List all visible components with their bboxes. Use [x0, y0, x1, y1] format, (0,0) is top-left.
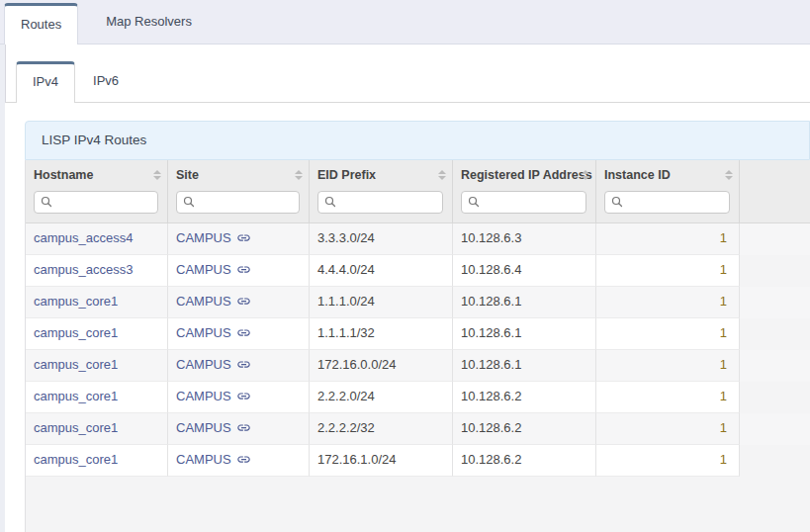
site-cell: CAMPUS — [168, 350, 310, 382]
site-name: CAMPUS — [176, 389, 231, 403]
eid-prefix-cell: 3.3.3.0/24 — [310, 223, 453, 255]
eid-prefix-cell: 1.1.1.0/24 — [310, 287, 453, 318]
site-link[interactable]: CAMPUS — [176, 357, 251, 372]
row-filler — [740, 382, 810, 413]
row-filler — [740, 287, 810, 318]
registered-ip-cell: 10.128.6.2 — [453, 445, 596, 477]
eid-prefix-cell: 172.16.0.0/24 — [310, 350, 453, 382]
column-header-label: Site — [176, 168, 199, 182]
lisp-routes-page: RoutesMap Resolvers IPv4IPv6 LISP IPv4 R… — [0, 0, 810, 532]
instance-id-cell: 1 — [596, 445, 740, 477]
site-name: CAMPUS — [176, 262, 231, 277]
tab-routes[interactable]: Routes — [4, 3, 78, 44]
instance-id-cell: 1 — [596, 382, 740, 413]
site-link[interactable]: CAMPUS — [176, 294, 251, 309]
sort-arrows-icon[interactable] — [438, 170, 446, 180]
hostname-cell: campus_core1 — [26, 382, 168, 413]
column-header-eid-prefix[interactable]: EID Prefix — [310, 160, 453, 188]
table-body: campus_access4CAMPUS3.3.3.0/2410.128.6.3… — [26, 223, 810, 477]
hostname-cell: campus_access3 — [26, 255, 168, 287]
site-link[interactable]: CAMPUS — [176, 230, 251, 245]
table-row: campus_core1CAMPUS172.16.1.0/2410.128.6.… — [26, 445, 810, 477]
table-row: campus_core1CAMPUS2.2.2.2/3210.128.6.21 — [26, 413, 810, 445]
table-row: campus_core1CAMPUS2.2.2.0/2410.128.6.21 — [26, 382, 810, 413]
site-cell: CAMPUS — [168, 413, 310, 445]
filter-cell-instance-id — [596, 188, 740, 222]
site-name: CAMPUS — [176, 230, 231, 245]
left-edge-strip — [0, 44, 5, 532]
instance-id-filter — [604, 191, 730, 214]
site-filter-input[interactable] — [200, 196, 293, 210]
instance-id-cell: 1 — [596, 413, 740, 445]
site-cell: CAMPUS — [168, 318, 310, 350]
hostname-cell: campus_core1 — [26, 350, 168, 382]
site-link[interactable]: CAMPUS — [176, 389, 251, 403]
hostname-link[interactable]: campus_core1 — [34, 420, 118, 435]
filter-cell-hostname — [26, 188, 168, 222]
hostname-cell: campus_core1 — [26, 318, 168, 350]
eid-prefix-filter-input[interactable] — [341, 196, 436, 210]
tab-ipv6[interactable]: IPv6 — [77, 61, 135, 101]
row-filler — [740, 318, 810, 350]
site-cell: CAMPUS — [168, 287, 310, 318]
lisp-routes-panel: LISP IPv4 Routes HostnameSiteEID PrefixR… — [25, 121, 810, 532]
hostname-link[interactable]: campus_core1 — [34, 325, 118, 340]
table-row: campus_access3CAMPUS4.4.4.0/2410.128.6.4… — [26, 255, 810, 287]
eid-prefix-cell: 172.16.1.0/24 — [310, 445, 453, 477]
instance-id-cell: 1 — [596, 318, 740, 350]
registered-ip-address-filter-input[interactable] — [485, 196, 580, 210]
registered-ip-cell: 10.128.6.1 — [453, 350, 596, 382]
site-name: CAMPUS — [176, 294, 231, 309]
eid-prefix-cell: 2.2.2.2/32 — [310, 413, 453, 445]
table-row: campus_access4CAMPUS3.3.3.0/2410.128.6.3… — [26, 223, 810, 255]
instance-id-filter-input[interactable] — [628, 196, 723, 210]
hostname-link[interactable]: campus_core1 — [34, 294, 118, 309]
registered-ip-cell: 10.128.6.2 — [453, 413, 596, 445]
sort-arrows-icon[interactable] — [582, 170, 589, 180]
registered-ip-cell: 10.128.6.1 — [453, 318, 596, 350]
site-cell: CAMPUS — [168, 255, 310, 287]
row-filler — [740, 445, 810, 477]
hostname-link[interactable]: campus_access3 — [34, 262, 133, 277]
eid-prefix-filter — [317, 191, 443, 214]
site-link[interactable]: CAMPUS — [176, 325, 251, 340]
column-header-instance-id[interactable]: Instance ID — [596, 160, 740, 188]
tab-map-resolvers[interactable]: Map Resolvers — [90, 0, 208, 44]
row-filler — [740, 223, 810, 255]
hostname-link[interactable]: campus_access4 — [34, 230, 133, 245]
column-header-label: Instance ID — [604, 168, 671, 182]
instance-id-cell: 1 — [596, 350, 740, 382]
tab-ipv4[interactable]: IPv4 — [16, 61, 75, 103]
row-filler — [740, 255, 810, 287]
sort-arrows-icon[interactable] — [153, 170, 161, 180]
hostname-link[interactable]: campus_core1 — [34, 357, 118, 372]
site-link[interactable]: CAMPUS — [176, 420, 251, 435]
column-header-label: EID Prefix — [317, 168, 376, 182]
column-filter-row — [26, 188, 810, 222]
table-row: campus_core1CAMPUS1.1.1.0/2410.128.6.11 — [26, 287, 810, 318]
column-header-hostname[interactable]: Hostname — [26, 160, 168, 188]
row-filler — [740, 350, 810, 382]
site-cell: CAMPUS — [168, 445, 310, 477]
sort-arrows-icon[interactable] — [295, 170, 303, 180]
routes-table: HostnameSiteEID PrefixRegistered IP Addr… — [25, 160, 810, 532]
hostname-cell: campus_access4 — [26, 223, 168, 255]
instance-id-cell: 1 — [596, 255, 740, 287]
column-header-registered-ip-address[interactable]: Registered IP Address — [453, 160, 596, 188]
column-header-site[interactable]: Site — [168, 160, 310, 188]
search-icon — [41, 194, 57, 212]
hostname-link[interactable]: campus_core1 — [34, 389, 118, 403]
eid-prefix-cell: 1.1.1.1/32 — [310, 318, 453, 350]
hostname-link[interactable]: campus_core1 — [34, 452, 118, 467]
row-filler — [740, 413, 810, 445]
chain-link-icon — [231, 452, 251, 467]
table-header: HostnameSiteEID PrefixRegistered IP Addr… — [26, 160, 810, 223]
column-header-label: Registered IP Address — [461, 168, 592, 182]
site-name: CAMPUS — [176, 420, 231, 435]
site-link[interactable]: CAMPUS — [176, 262, 251, 277]
registered-ip-address-filter — [461, 191, 586, 214]
sort-arrows-icon[interactable] — [725, 170, 733, 180]
column-header-filler — [740, 160, 810, 188]
site-link[interactable]: CAMPUS — [176, 452, 251, 467]
hostname-filter-input[interactable] — [57, 196, 151, 210]
